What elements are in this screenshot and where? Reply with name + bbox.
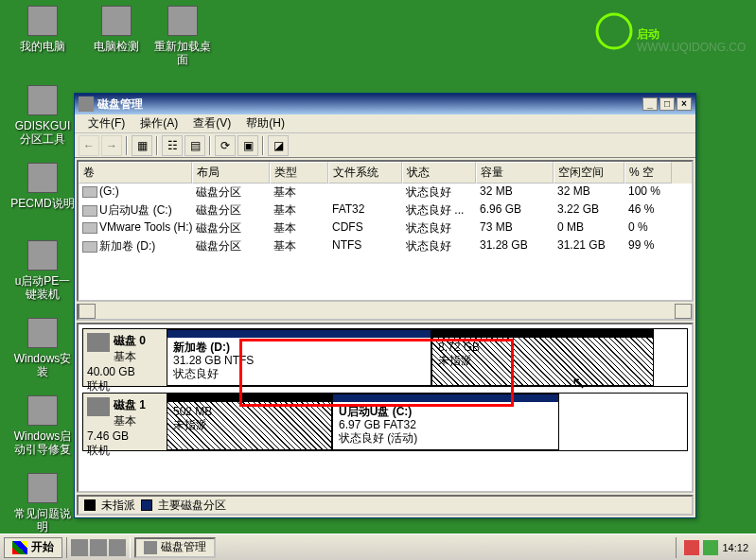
desktop-icon[interactable]: u启动PE一键装机 <box>9 240 76 301</box>
table-row[interactable]: 新加卷 (D:)磁盘分区基本NTFS状态良好31.28 GB31.21 GB99… <box>79 237 692 255</box>
partition[interactable]: 新加卷 (D:)31.28 GB NTFS状态良好 <box>167 329 431 386</box>
desktop-icon-label: 常见问题说明 <box>9 507 76 534</box>
menu-help[interactable]: 帮助(H) <box>238 114 292 133</box>
toolbar-icon[interactable]: ▣ <box>237 135 258 156</box>
desktop-icon-label: 我的电脑 <box>9 40 76 53</box>
quick-launch-icon[interactable] <box>109 539 126 556</box>
svg-text:启动: 启动 <box>636 27 659 41</box>
menu-file[interactable]: 文件(F) <box>80 114 132 133</box>
col-filesystem[interactable]: 文件系统 <box>328 162 402 184</box>
brand-logo: 启动 WWW.UQIDONG.COM <box>595 8 747 58</box>
svg-text:WWW.UQIDONG.COM: WWW.UQIDONG.COM <box>637 41 747 54</box>
toolbar-icon[interactable]: ◪ <box>268 135 289 156</box>
desktop-icon-image <box>27 85 58 115</box>
col-status[interactable]: 状态 <box>402 162 476 184</box>
desktop-icon[interactable]: Windows启动引导修复 <box>9 395 76 456</box>
desktop-icon-label: 电脑检测 <box>83 40 149 53</box>
desktop-icon[interactable]: PECMD说明 <box>9 163 76 210</box>
disk-row: 磁盘 0基本40.00 GB联机新加卷 (D:)31.28 GB NTFS状态良… <box>82 328 688 387</box>
tray-icon[interactable] <box>684 540 699 555</box>
quick-launch-icon[interactable] <box>71 539 88 556</box>
start-button[interactable]: 开始 <box>4 537 62 558</box>
legend-label: 未指派 <box>101 498 135 514</box>
col-layout[interactable]: 布局 <box>192 162 270 184</box>
desktop-icon[interactable]: Windows安装 <box>9 318 76 378</box>
system-tray: 14:12 <box>676 537 756 558</box>
col-free[interactable]: 空闲空间 <box>554 162 624 184</box>
volume-list[interactable]: 卷 布局 类型 文件系统 状态 容量 空闲空间 % 空 (G:)磁盘分区基本状态… <box>77 160 694 302</box>
toolbar-icon[interactable]: ☷ <box>162 135 183 156</box>
table-row[interactable]: U启动U盘 (C:)磁盘分区基本FAT32状态良好 ...6.96 GB3.22… <box>79 201 692 219</box>
disk-row: 磁盘 1基本7.46 GB联机502 MB未指派U启动U盘 (C:)6.97 G… <box>82 393 688 451</box>
clock[interactable]: 14:12 <box>722 542 748 553</box>
close-button[interactable]: × <box>677 97 692 111</box>
desktop-icon-label: u启动PE一键装机 <box>9 274 76 301</box>
desktop-icon[interactable]: 重新加载桌面 <box>149 6 216 66</box>
maximize-button[interactable]: □ <box>659 97 675 111</box>
desktop-icon[interactable]: GDISKGUI分区工具 <box>9 85 76 146</box>
titlebar[interactable]: 磁盘管理 _ □ × <box>75 94 695 114</box>
partition[interactable]: U启动U盘 (C:)6.97 GB FAT32状态良好 (活动) <box>332 394 559 450</box>
desktop-icon-image <box>27 318 58 348</box>
menu-action[interactable]: 操作(A) <box>132 114 185 133</box>
minimize-button[interactable]: _ <box>642 97 658 111</box>
col-capacity[interactable]: 容量 <box>476 162 554 184</box>
col-volume[interactable]: 卷 <box>79 162 192 184</box>
taskbar-item-label: 磁盘管理 <box>161 539 206 555</box>
start-label: 开始 <box>31 539 54 555</box>
tray-icon[interactable] <box>703 540 718 555</box>
refresh-button[interactable]: ⟳ <box>215 135 236 156</box>
table-row[interactable]: (G:)磁盘分区基本状态良好32 MB32 MB100 % <box>79 184 692 201</box>
desktop-icon-label: 重新加载桌面 <box>149 40 216 66</box>
desktop-icon-image <box>27 240 58 271</box>
disk-icon <box>87 397 110 416</box>
menu-view[interactable]: 查看(V) <box>185 114 238 133</box>
desktop-icon-label: PECMD说明 <box>9 197 76 210</box>
disk-info[interactable]: 磁盘 0基本40.00 GB联机 <box>83 329 167 386</box>
legend-swatch-unallocated <box>84 499 96 511</box>
desktop-icon-image <box>27 163 58 193</box>
menubar: 文件(F) 操作(A) 查看(V) 帮助(H) <box>75 114 695 133</box>
quick-launch <box>66 537 131 558</box>
desktop-icon[interactable]: 常见问题说明 <box>9 473 76 534</box>
volume-icon <box>82 222 97 234</box>
toolbar: ← → ▦ ☷ ▤ ⟳ ▣ ◪ <box>75 133 695 158</box>
volume-icon <box>82 205 97 217</box>
volume-icon <box>82 186 97 198</box>
disk-icon <box>87 333 110 352</box>
table-header: 卷 布局 类型 文件系统 状态 容量 空闲空间 % 空 <box>79 162 692 184</box>
desktop-icon-image <box>27 473 58 503</box>
desktop-icon-image <box>27 395 58 426</box>
desktop-icon-image <box>101 6 132 36</box>
partition[interactable]: 502 MB未指派 <box>167 394 332 450</box>
legend-label: 主要磁盘分区 <box>158 498 226 514</box>
toolbar-icon[interactable]: ▦ <box>132 135 152 156</box>
desktop-icon-image <box>167 6 198 36</box>
disk-management-window: 磁盘管理 _ □ × 文件(F) 操作(A) 查看(V) 帮助(H) ← → ▦… <box>74 93 696 518</box>
forward-button: → <box>101 135 122 156</box>
horizontal-scrollbar[interactable] <box>77 304 694 321</box>
disk-info[interactable]: 磁盘 1基本7.46 GB联机 <box>83 394 167 450</box>
legend-swatch-primary <box>141 499 152 511</box>
desktop-icon-label: GDISKGUI分区工具 <box>9 119 76 146</box>
window-title: 磁盘管理 <box>97 96 642 113</box>
table-row[interactable]: VMware Tools (H:)磁盘分区基本CDFS状态良好73 MB0 MB… <box>79 219 692 237</box>
desktop-icon[interactable]: 我的电脑 <box>9 6 76 53</box>
disk-map: 磁盘 0基本40.00 GB联机新加卷 (D:)31.28 GB NTFS状态良… <box>77 323 694 493</box>
desktop-icon-label: Windows启动引导修复 <box>9 429 76 456</box>
col-percent[interactable]: % 空 <box>624 162 672 184</box>
taskbar-item[interactable]: 磁盘管理 <box>134 537 216 558</box>
desktop-icon-image <box>27 6 58 36</box>
quick-launch-icon[interactable] <box>90 539 107 556</box>
svg-point-0 <box>597 14 631 48</box>
volume-icon <box>82 241 97 253</box>
windows-flag-icon <box>12 541 27 554</box>
desktop-icon[interactable]: 电脑检测 <box>83 6 149 53</box>
toolbar-icon[interactable]: ▤ <box>185 135 205 156</box>
taskbar: 开始 磁盘管理 14:12 <box>0 534 756 560</box>
col-type[interactable]: 类型 <box>270 162 328 184</box>
partition[interactable]: 8.72 GB未指派 <box>431 329 654 386</box>
desktop-icon-label: Windows安装 <box>9 352 76 378</box>
app-icon <box>144 541 157 554</box>
legend: 未指派 主要磁盘分区 <box>77 495 694 516</box>
